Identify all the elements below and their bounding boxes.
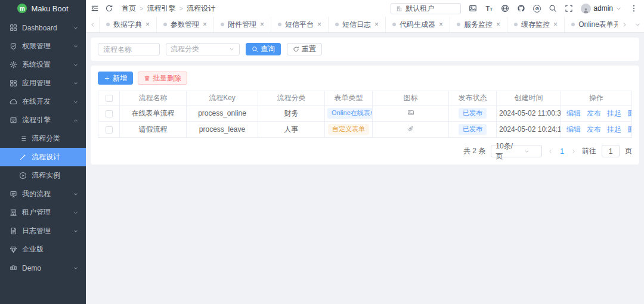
process-key-cell: process_leave — [187, 122, 258, 138]
fullscreen-icon[interactable] — [565, 4, 573, 13]
tab-label: 短信日志 — [342, 20, 371, 30]
tab-close-icon[interactable]: × — [374, 21, 379, 28]
collapse-sidebar-icon[interactable] — [91, 4, 99, 13]
image-icon[interactable] — [469, 4, 477, 13]
plus-icon — [104, 75, 110, 82]
github-icon[interactable] — [517, 4, 525, 13]
next-page-icon[interactable] — [571, 148, 577, 154]
sidebar-item[interactable]: 企业版 — [0, 240, 86, 259]
column-header: 流程名称 — [120, 91, 187, 106]
action-link[interactable]: 挂起 — [607, 109, 621, 117]
sidebar-item-label: Demo — [22, 264, 73, 272]
column-header: 流程Key — [187, 91, 258, 106]
reset-button[interactable]: 重置 — [287, 43, 322, 55]
process-category-select[interactable]: 流程分类 — [166, 43, 240, 55]
tab-close-icon[interactable]: × — [439, 21, 443, 28]
select-all-checkbox[interactable] — [106, 95, 113, 102]
breadcrumb-item[interactable]: 流程引擎 — [147, 4, 175, 14]
picture-icon — [407, 109, 414, 116]
sidebar-item[interactable]: 权限管理 — [0, 37, 86, 55]
tab-close-icon[interactable]: × — [317, 21, 321, 28]
sidebar-item-label: 流程实例 — [32, 170, 79, 181]
tenant-select[interactable]: 默认租户 — [391, 3, 461, 14]
row-checkbox[interactable] — [106, 110, 113, 117]
chevron-down-icon — [73, 191, 79, 197]
tab[interactable]: 短信平台× — [271, 17, 328, 32]
status-tag: 已发布 — [459, 108, 487, 118]
refresh-icon[interactable] — [105, 4, 113, 13]
tab-close-icon[interactable]: × — [496, 21, 500, 28]
tab-dot-icon — [106, 23, 110, 26]
tab[interactable]: 服务监控× — [450, 17, 507, 32]
gitee-icon[interactable]: G — [533, 5, 541, 13]
action-link[interactable]: 删除 — [627, 125, 632, 134]
sidebar: m Maku Boot Dashboard权限管理系统设置应用管理在线开发流程引… — [0, 0, 86, 304]
tab-close-icon[interactable]: × — [203, 21, 207, 28]
sidebar-item[interactable]: 我的流程 — [0, 185, 86, 203]
tab-close-icon[interactable]: × — [260, 21, 264, 28]
process-engine-icon — [10, 116, 17, 124]
tab-dot-icon — [163, 23, 167, 26]
sidebar-item[interactable]: 在线开发 — [0, 92, 86, 111]
more-options-icon[interactable] — [630, 4, 638, 13]
chevron-down-icon — [73, 44, 79, 49]
column-header: 表单类型 — [325, 91, 373, 106]
add-button[interactable]: 新增 — [98, 72, 133, 85]
log-icon — [10, 227, 17, 235]
tab[interactable]: 短信日志× — [328, 17, 385, 32]
process-category-cell: 人事 — [258, 122, 325, 138]
page-number[interactable]: 1 — [559, 147, 565, 156]
action-link[interactable]: 发布 — [587, 109, 601, 117]
globe-icon[interactable] — [501, 4, 509, 13]
sidebar-item-active[interactable]: 流程设计 — [0, 148, 86, 166]
breadcrumb-item[interactable]: 首页 — [122, 4, 136, 14]
tab[interactable]: 缓存监控× — [507, 17, 564, 32]
sidebar-item[interactable]: 租户管理 — [0, 203, 86, 222]
demo-icon — [10, 264, 17, 272]
row-checkbox[interactable] — [106, 126, 113, 134]
sidebar-item[interactable]: 应用管理 — [0, 74, 86, 92]
user-menu[interactable]: admin — [581, 4, 622, 14]
trash-icon — [144, 75, 150, 82]
tabs-scroll-right-icon[interactable] — [618, 17, 631, 32]
sidebar-item[interactable]: 流程引擎 — [0, 111, 86, 129]
tab[interactable]: 代码生成器× — [385, 17, 450, 32]
tab-dot-icon — [278, 23, 281, 26]
sidebar-item[interactable]: 流程实例 — [0, 166, 86, 185]
action-link[interactable]: 删除 — [627, 109, 632, 117]
tab-dot-icon — [335, 23, 339, 26]
sidebar-item[interactable]: Demo — [0, 259, 86, 277]
tab[interactable]: 参数管理× — [156, 17, 213, 32]
tab-close-icon[interactable]: × — [553, 21, 558, 28]
process-name-cell: 请假流程 — [120, 122, 187, 138]
chevron-down-icon — [228, 46, 235, 52]
column-header: 图标 — [373, 91, 449, 106]
sidebar-item[interactable]: Dashboard — [0, 18, 86, 37]
action-link[interactable]: 编辑 — [566, 109, 581, 117]
breadcrumb-item[interactable]: 流程设计 — [187, 4, 215, 14]
tab[interactable]: 附件管理× — [213, 17, 271, 32]
tab-close-icon[interactable]: × — [145, 21, 150, 28]
goto-page-input[interactable] — [602, 145, 620, 157]
sidebar-item[interactable]: 流程分类 — [0, 129, 86, 148]
sidebar-item-label: 日志管理 — [22, 226, 73, 236]
search-button[interactable]: 查询 — [246, 43, 281, 55]
action-link[interactable]: 发布 — [587, 125, 601, 134]
font-size-icon[interactable]: TT — [485, 4, 493, 13]
tab[interactable]: 数据字典× — [99, 17, 156, 32]
tabs-dropdown-icon[interactable] — [631, 17, 644, 32]
prev-page-icon[interactable] — [547, 148, 553, 154]
sidebar-item-label: 权限管理 — [22, 41, 73, 51]
list-icon — [19, 135, 27, 142]
search-icon[interactable] — [549, 4, 557, 13]
sidebar-item[interactable]: 日志管理 — [0, 222, 86, 240]
process-name-input[interactable] — [98, 43, 160, 55]
batch-delete-button[interactable]: 批量删除 — [138, 72, 187, 85]
action-link[interactable]: 挂起 — [607, 125, 621, 134]
page-size-select[interactable]: 10条/页 — [491, 145, 542, 157]
tab[interactable]: Online表单开发× — [564, 17, 618, 32]
action-link[interactable]: 编辑 — [566, 125, 581, 134]
sidebar-item[interactable]: 系统设置 — [0, 55, 86, 74]
status-tag: 已发布 — [459, 124, 487, 134]
tabs-scroll-left-icon[interactable] — [86, 17, 99, 32]
